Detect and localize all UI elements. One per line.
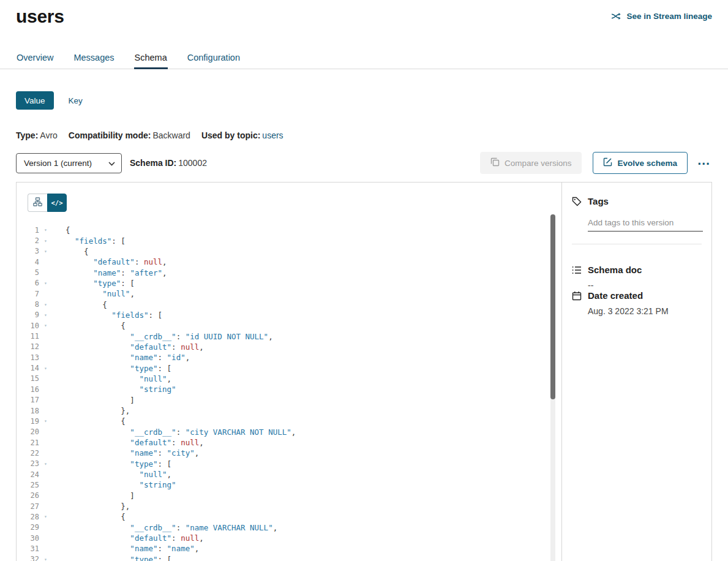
code-text: { [51,300,107,309]
version-select[interactable]: Version 1 (current) [16,153,122,173]
line-number: 29 [17,523,39,532]
code-text: "type": [ [51,364,171,373]
schema-content: </> 1▾{2▾ "fields": [3▾ {4 "default": nu… [16,182,712,561]
tags-header: Tags [572,196,702,206]
line-number: 6 [17,279,39,287]
tab-overview[interactable]: Overview [16,53,54,69]
stream-lineage-link[interactable]: See in Stream lineage [611,12,712,21]
date-created-title: Date created [588,290,643,301]
schema-doc-section: Schema doc -- [572,265,702,290]
stream-lineage-label: See in Stream lineage [626,12,712,21]
schema-id-label: Schema ID: [130,158,176,168]
code-line: 30 "default": null, [17,533,561,543]
code-line: 10▾ { [17,320,561,331]
line-number: 20 [17,427,39,436]
editor-view-toggle: </> [28,194,67,212]
fold-toggle-icon[interactable]: ▾ [40,249,51,254]
code-line: 27 }, [17,501,561,511]
code-text: }, [51,502,130,511]
date-created-header: Date created [572,290,702,301]
line-number: 28 [17,513,39,521]
fold-toggle-icon[interactable]: ▾ [40,302,51,307]
code-line: 12 "default": null, [17,342,561,352]
line-number: 3 [17,247,39,255]
line-number: 5 [17,268,39,277]
fold-toggle-icon[interactable]: ▾ [40,418,51,424]
code-text: "name": "id", [51,353,190,362]
line-number: 12 [17,342,39,351]
fold-toggle-icon[interactable]: ▾ [40,366,51,371]
calendar-icon [572,291,582,301]
fold-toggle-icon[interactable]: ▾ [40,461,51,467]
topic-meta: Used by topic:users [201,130,283,140]
compare-versions-label: Compare versions [505,159,572,168]
code-line: 20 "__crdb__": "city VARCHAR NOT NULL", [17,427,561,437]
line-number: 32 [17,555,39,561]
type-label: Type: [16,130,38,140]
code-line: 13 "name": "id", [17,352,561,363]
line-number: 26 [17,491,39,500]
type-meta: Type:Avro [16,130,58,140]
code-lines: 1▾{2▾ "fields": [3▾ {4 "default": null,5… [17,225,561,561]
schema-meta-row: Type:Avro Compatibility mode:Backward Us… [0,130,728,140]
key-toggle-button[interactable]: Key [60,91,91,110]
code-view-button[interactable]: </> [47,194,67,212]
topic-label: Used by topic: [201,130,260,140]
tab-messages[interactable]: Messages [73,53,114,69]
code-text: "fields": [ [51,236,126,246]
code-line: 11 "__crdb__": "id UUID NOT NULL", [17,331,561,341]
compare-icon [490,157,500,168]
schema-id: Schema ID:100002 [130,158,207,168]
type-value: Avro [40,130,58,140]
fold-toggle-icon[interactable]: ▾ [40,227,51,233]
fold-toggle-icon[interactable]: ▾ [40,238,51,244]
line-number: 30 [17,534,39,543]
scrollbar-thumb[interactable] [550,214,555,399]
chevron-down-icon [108,159,115,168]
tab-schema[interactable]: Schema [134,53,168,69]
fold-toggle-icon[interactable]: ▾ [40,557,51,561]
fold-toggle-icon[interactable]: ▾ [40,323,51,328]
code-line: 9▾ "fields": [ [17,310,561,320]
evolve-schema-button[interactable]: Evolve schema [593,152,688,174]
tree-view-icon [33,197,42,208]
fold-toggle-icon[interactable]: ▾ [40,312,51,318]
code-line: 3▾ { [17,246,561,257]
topic-link[interactable]: users [262,130,283,140]
code-view-icon: </> [51,199,63,206]
more-options-button[interactable]: ⋯ [696,154,712,172]
code-line: 26 ] [17,491,561,501]
line-number: 1 [17,226,39,235]
code-text: "default": null, [51,342,204,352]
code-line: 19▾ { [17,416,561,426]
code-text: "__crdb__": "id UUID NOT NULL", [51,332,273,341]
line-number: 19 [17,417,39,426]
page-title: users [16,6,64,27]
line-number: 21 [17,439,39,447]
code-text: "null", [51,470,171,479]
fold-toggle-icon[interactable]: ▾ [40,514,51,519]
schema-sidebar: Tags Schema doc -- [562,183,711,561]
tags-input[interactable] [588,216,703,232]
tree-view-button[interactable] [28,194,47,212]
code-text: { [51,321,126,330]
code-line: 4 "default": null, [17,257,561,267]
code-line: 6▾ "type": [ [17,278,561,288]
code-text: { [51,225,70,235]
line-number: 17 [17,396,39,404]
compat-meta: Compatibility mode:Backward [69,130,190,140]
tab-configuration[interactable]: Configuration [187,53,241,69]
line-number: 10 [17,322,39,330]
code-text: "default": null, [51,533,204,543]
code-text: "__crdb__": "city VARCHAR NOT NULL", [51,427,296,437]
line-number: 31 [17,544,39,553]
value-toggle-button[interactable]: Value [16,91,54,110]
fold-toggle-icon[interactable]: ▾ [40,280,51,286]
doc-list-icon [572,266,582,274]
compare-versions-button[interactable]: Compare versions [480,152,582,174]
code-line: 17 ] [17,395,561,405]
line-number: 15 [17,374,39,383]
editor-scrollbar[interactable] [550,214,555,561]
line-number: 24 [17,470,39,479]
line-number: 7 [17,290,39,298]
